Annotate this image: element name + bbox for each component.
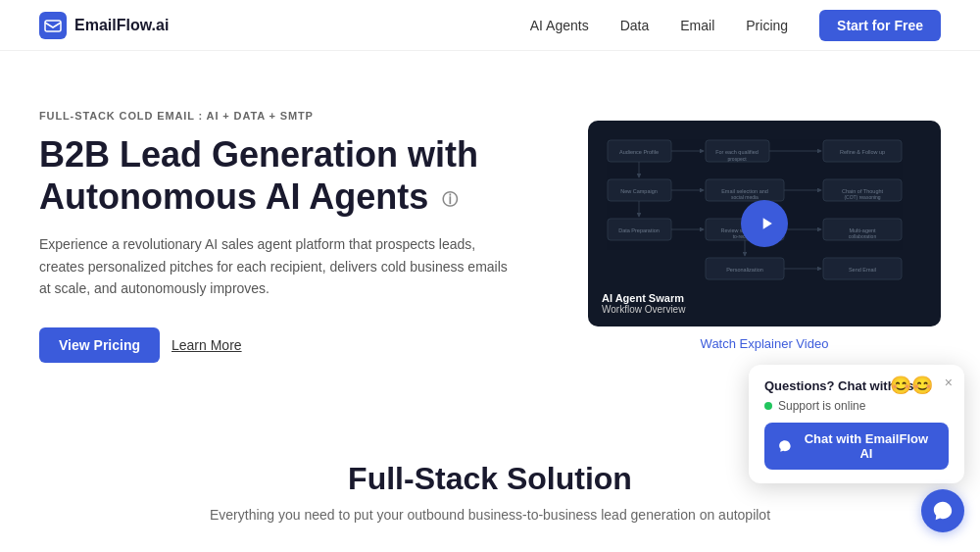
svg-text:Personalization: Personalization [726,267,763,273]
chat-icon [778,439,792,453]
svg-text:collaboration: collaboration [849,233,877,239]
start-for-free-button[interactable]: Start for Free [819,10,941,41]
chat-fab-icon [932,500,954,522]
video-label-sub: Workflow Overview [602,304,685,315]
hero-title: B2B Lead Generation with Autonomous AI A… [39,133,510,218]
svg-text:Audience Profile: Audience Profile [619,149,659,155]
learn-more-button[interactable]: Learn More [172,337,242,353]
video-label: AI Agent Swarm Workflow Overview [602,292,685,315]
svg-text:Data Preparation: Data Preparation [618,227,660,233]
video-container[interactable]: Audience Profile For each qualified pros… [588,121,941,326]
logo[interactable]: EmailFlow.ai [39,12,169,39]
svg-text:Send Email: Send Email [849,267,876,273]
chat-emoji-icon: 😊😊 [890,375,933,396]
svg-text:social media: social media [731,194,759,200]
info-icon[interactable]: ⓘ [442,191,458,208]
nav-links: AI Agents Data Email Pricing Start for F… [530,10,941,41]
watch-explainer-link[interactable]: Watch Explainer Video [701,336,829,351]
nav-data[interactable]: Data [620,18,650,33]
logo-icon [39,12,67,39]
fullstack-subtitle: Everything you need to put your outbound… [39,507,941,523]
hero-section: FULL-STACK COLD EMAIL : AI + DATA + SMTP… [0,51,980,402]
chat-fab-button[interactable] [921,489,964,532]
chat-status: Support is online [764,399,949,413]
play-button[interactable] [741,200,788,247]
chat-btn-label: Chat with EmailFlow AI [798,431,935,461]
view-pricing-button[interactable]: View Pricing [39,327,160,363]
hero-buttons: View Pricing Learn More [39,327,510,363]
chat-with-ai-button[interactable]: Chat with EmailFlow AI [764,423,949,470]
svg-rect-0 [45,21,61,31]
chat-status-text: Support is online [778,399,865,413]
svg-text:Refine & Follow up: Refine & Follow up [840,149,885,155]
hero-video: Audience Profile For each qualified pros… [588,121,941,352]
chat-widget: × 😊😊 Questions? Chat with us! Support is… [749,365,964,483]
chat-close-button[interactable]: × [945,375,953,390]
svg-text:For each qualified: For each qualified [715,149,759,155]
navbar: EmailFlow.ai AI Agents Data Email Pricin… [0,0,980,51]
nav-ai-agents[interactable]: AI Agents [530,18,589,33]
status-online-dot [764,402,772,410]
hero-content: FULL-STACK COLD EMAIL : AI + DATA + SMTP… [39,110,510,363]
svg-text:prospect: prospect [727,156,747,162]
hero-description: Experience a revolutionary AI sales agen… [39,233,510,299]
nav-email[interactable]: Email [680,18,714,33]
svg-text:(COT) reasoning: (COT) reasoning [844,194,880,200]
nav-pricing[interactable]: Pricing [746,18,788,33]
hero-tag: FULL-STACK COLD EMAIL : AI + DATA + SMTP [39,110,510,122]
video-link: Watch Explainer Video [588,334,941,352]
svg-text:New Campaign: New Campaign [620,188,658,194]
video-label-title: AI Agent Swarm [602,292,685,304]
logo-text: EmailFlow.ai [74,17,169,34]
